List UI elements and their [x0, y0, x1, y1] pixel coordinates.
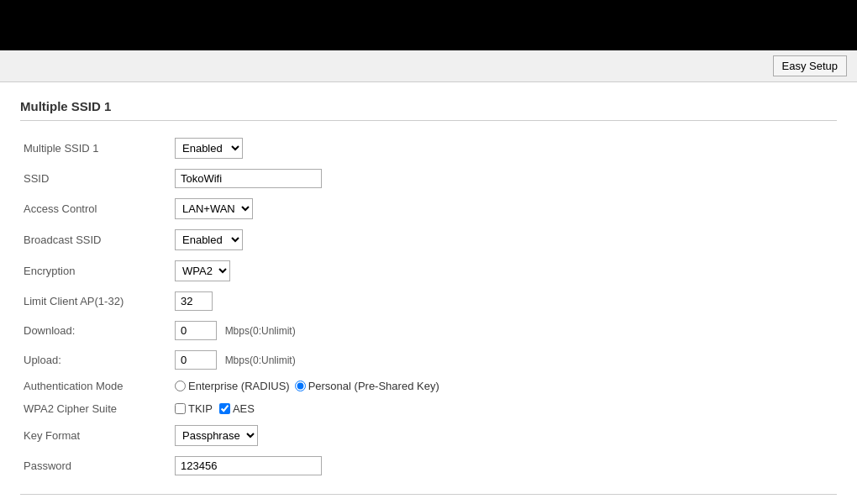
aes-text: AES — [233, 402, 255, 415]
access-control-row: Access Control LAN+WAN LAN WAN — [20, 193, 837, 224]
wpa2-cipher-label: WPA2 Cipher Suite — [20, 397, 171, 420]
auth-enterprise-radio[interactable] — [175, 381, 186, 391]
password-label: Password — [20, 451, 171, 480]
auth-enterprise-label[interactable]: Enterprise (RADIUS) — [175, 380, 290, 392]
access-control-select[interactable]: LAN+WAN LAN WAN — [175, 198, 253, 219]
tkip-checkbox[interactable] — [175, 403, 186, 414]
broadcast-ssid-row: Broadcast SSID Enabled Disabled — [20, 224, 837, 255]
upload-input[interactable] — [175, 350, 217, 370]
wpa2-cipher-row: WPA2 Cipher Suite TKIP AES — [20, 397, 837, 420]
encryption-row: Encryption WPA2 WPA WEP None — [20, 255, 837, 286]
wpa2-cipher-group: TKIP AES — [175, 402, 833, 415]
multiple-ssid-label: Multiple SSID 1 — [20, 133, 171, 164]
auth-mode-row: Authentication Mode Enterprise (RADIUS) … — [20, 375, 837, 397]
access-control-label: Access Control — [20, 193, 171, 224]
limit-client-input[interactable] — [175, 291, 213, 311]
aes-checkbox[interactable] — [219, 403, 230, 414]
ssid-label: SSID — [20, 164, 171, 193]
key-format-label: Key Format — [20, 420, 171, 451]
key-format-select[interactable]: Passphrase Hex — [175, 425, 258, 446]
main-content: Multiple SSID 1 Multiple SSID 1 Enabled … — [0, 82, 857, 504]
aes-label[interactable]: AES — [219, 402, 255, 415]
top-bar — [0, 0, 857, 50]
password-input[interactable] — [175, 456, 322, 475]
encryption-select[interactable]: WPA2 WPA WEP None — [175, 260, 230, 281]
tkip-label[interactable]: TKIP — [175, 402, 213, 415]
section-title: Multiple SSID 1 — [20, 99, 837, 121]
download-input[interactable] — [175, 321, 217, 340]
easy-setup-button[interactable]: Easy Setup — [773, 55, 848, 76]
key-format-row: Key Format Passphrase Hex — [20, 420, 837, 451]
ssid-row: SSID — [20, 164, 837, 193]
form-divider — [20, 494, 837, 495]
password-row: Password — [20, 451, 837, 480]
limit-client-row: Limit Client AP(1-32) — [20, 286, 837, 316]
upload-row: Upload: Mbps(0:Unlimit) — [20, 345, 837, 375]
download-row: Download: Mbps(0:Unlimit) — [20, 316, 837, 345]
auth-personal-label[interactable]: Personal (Pre-Shared Key) — [295, 380, 439, 392]
download-label: Download: — [20, 316, 171, 345]
auth-personal-text: Personal (Pre-Shared Key) — [308, 380, 439, 392]
broadcast-ssid-label: Broadcast SSID — [20, 224, 171, 255]
form-table: Multiple SSID 1 Enabled Disabled SSID Ac… — [20, 133, 837, 480]
auth-enterprise-text: Enterprise (RADIUS) — [188, 380, 290, 392]
upload-label: Upload: — [20, 345, 171, 375]
tkip-text: TKIP — [188, 402, 213, 415]
download-unit-label: Mbps(0:Unlimit) — [225, 325, 296, 337]
encryption-label: Encryption — [20, 255, 171, 286]
limit-client-label: Limit Client AP(1-32) — [20, 286, 171, 316]
ssid-input[interactable] — [175, 169, 322, 188]
auth-mode-label: Authentication Mode — [20, 375, 171, 397]
auth-personal-radio[interactable] — [295, 381, 306, 391]
easy-setup-bar: Easy Setup — [0, 50, 857, 82]
auth-mode-radio-group: Enterprise (RADIUS) Personal (Pre-Shared… — [175, 380, 833, 392]
broadcast-ssid-select[interactable]: Enabled Disabled — [175, 229, 243, 250]
multiple-ssid-select[interactable]: Enabled Disabled — [175, 138, 243, 159]
multiple-ssid-row: Multiple SSID 1 Enabled Disabled — [20, 133, 837, 164]
upload-unit-label: Mbps(0:Unlimit) — [225, 354, 296, 366]
